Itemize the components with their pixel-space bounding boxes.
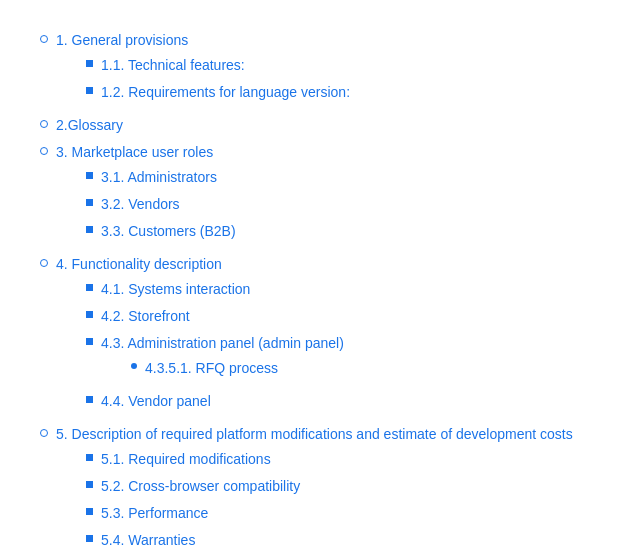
bullet-circle-icon — [40, 259, 48, 267]
toc-link[interactable]: 1.1. Technical features: — [101, 57, 245, 73]
toc-link[interactable]: 5.2. Cross-browser compatibility — [101, 478, 300, 494]
list-item: 5.4. Warranties 5.4.1. Testing 5.4.2. Wa… — [86, 530, 591, 559]
bullet-square-icon — [86, 396, 93, 403]
toc-link[interactable]: 1.2. Requirements for language version: — [101, 84, 350, 100]
list-item: 3.3. Customers (B2B) — [86, 221, 591, 242]
bullet-square-icon — [86, 481, 93, 488]
toc-list-level1: 1. General provisions 1.1. Technical fea… — [30, 30, 591, 559]
list-item: 5.2. Cross-browser compatibility — [86, 476, 591, 497]
toc-link[interactable]: 3.2. Vendors — [101, 196, 180, 212]
toc-link[interactable]: 5.1. Required modifications — [101, 451, 271, 467]
toc-link[interactable]: 4.2. Storefront — [101, 308, 190, 324]
list-item: 3. Marketplace user roles 3.1. Administr… — [40, 142, 591, 248]
bullet-square-icon — [86, 87, 93, 94]
bullet-square-icon — [86, 172, 93, 179]
toc-list-level2: 1.1. Technical features: 1.2. Requiremen… — [56, 55, 591, 103]
toc-link[interactable]: 3.1. Administrators — [101, 169, 217, 185]
toc-link[interactable]: 5. Description of required platform modi… — [56, 426, 573, 442]
list-item: 5.3. Performance — [86, 503, 591, 524]
list-item: 5. Description of required platform modi… — [40, 424, 591, 559]
list-item: 5.4.1. Testing — [131, 555, 591, 559]
toc-list-level3: 4.3.5.1. RFQ process — [101, 358, 591, 379]
list-item: 4.2. Storefront — [86, 306, 591, 327]
toc-link[interactable]: 5.3. Performance — [101, 505, 208, 521]
list-item: 1.2. Requirements for language version: — [86, 82, 591, 103]
toc-link[interactable]: 4.3.5.1. RFQ process — [145, 360, 278, 376]
bullet-square-icon — [86, 60, 93, 67]
bullet-circle-icon — [40, 147, 48, 155]
table-of-contents: 1. General provisions 1.1. Technical fea… — [30, 20, 591, 559]
bullet-square-icon — [86, 199, 93, 206]
list-item: 1.1. Technical features: — [86, 55, 591, 76]
bullet-square-icon — [86, 226, 93, 233]
toc-link[interactable]: 3.3. Customers (B2B) — [101, 223, 236, 239]
list-item: 1. General provisions 1.1. Technical fea… — [40, 30, 591, 109]
toc-link[interactable]: 3. Marketplace user roles — [56, 144, 213, 160]
list-item: 3.1. Administrators — [86, 167, 591, 188]
bullet-circle-icon — [40, 35, 48, 43]
bullet-square-icon — [86, 535, 93, 542]
toc-list-level2: 3.1. Administrators 3.2. Vendors 3.3. Cu… — [56, 167, 591, 242]
bullet-square-icon — [86, 454, 93, 461]
bullet-circle-icon — [40, 429, 48, 437]
list-item: 4.3. Administration panel (admin panel) … — [86, 333, 591, 385]
toc-link[interactable]: 4. Functionality description — [56, 256, 222, 272]
toc-link[interactable]: 1. General provisions — [56, 32, 188, 48]
list-item: 4.3.5.1. RFQ process — [131, 358, 591, 379]
bullet-square-icon — [86, 284, 93, 291]
list-item: 5.1. Required modifications — [86, 449, 591, 470]
toc-link[interactable]: 4.1. Systems interaction — [101, 281, 250, 297]
list-item: 3.2. Vendors — [86, 194, 591, 215]
bullet-square-icon — [86, 508, 93, 515]
toc-list-level2: 4.1. Systems interaction 4.2. Storefront… — [56, 279, 591, 412]
toc-link[interactable]: 4.4. Vendor panel — [101, 393, 211, 409]
bullet-square-icon — [86, 311, 93, 318]
toc-list-level3: 5.4.1. Testing 5.4.2. Warranty — [101, 555, 591, 559]
bullet-circle-icon — [40, 120, 48, 128]
toc-link[interactable]: 5.4. Warranties — [101, 532, 195, 548]
list-item: 2.Glossary — [40, 115, 591, 136]
list-item: 4.4. Vendor panel — [86, 391, 591, 412]
toc-list-level2: 5.1. Required modifications 5.2. Cross-b… — [56, 449, 591, 559]
toc-link[interactable]: 2.Glossary — [56, 117, 123, 133]
bullet-square-icon — [86, 338, 93, 345]
toc-link[interactable]: 4.3. Administration panel (admin panel) — [101, 335, 344, 351]
bullet-dot-icon — [131, 363, 137, 369]
list-item: 4.1. Systems interaction — [86, 279, 591, 300]
list-item: 4. Functionality description 4.1. System… — [40, 254, 591, 418]
